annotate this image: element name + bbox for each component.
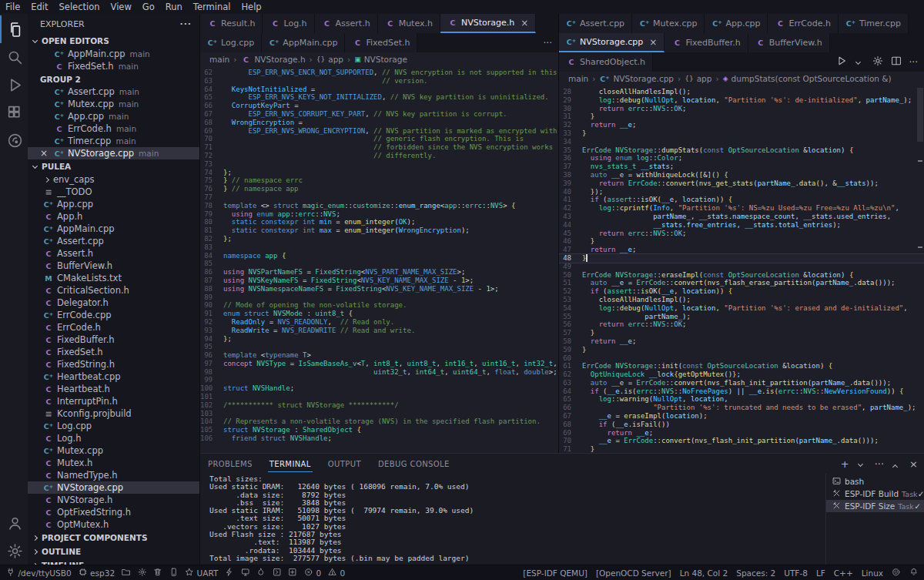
line-number[interactable]: 98 [200,368,223,377]
line-number[interactable]: 37 [559,163,582,171]
line-number[interactable]: 104 [200,417,223,426]
code-line[interactable]: 98 uint32_t, int64_t, uint64_t, float, d… [200,368,558,377]
line-number[interactable]: 71 [559,445,582,453]
code-line[interactable]: 48} [559,254,924,263]
line-number[interactable]: 44 [559,221,582,230]
code-line[interactable]: 29 log::debug(NullOpt, location, "Partit… [559,96,924,105]
code-line[interactable]: 43 partName_, __stats.namespace_count, _… [559,213,924,221]
code-line[interactable]: 95 [200,343,558,351]
tab-timer-cpp[interactable]: C+Timer.cpp [839,14,909,33]
tab-appmain-cpp[interactable]: C+AppMain.cpp [262,33,345,52]
line-number[interactable]: 71 [200,143,223,152]
line-number[interactable]: 87 [200,277,223,285]
code-line[interactable]: 63 auto __e = ErrCode::convert(nvs_flash… [559,379,924,387]
breadcrumb-item[interactable]: {}app [316,55,343,64]
line-number[interactable]: 84 [200,252,223,260]
terminal-output[interactable]: Total sizes: Used static DRAM: 12640 byt… [200,474,825,565]
open-editor-item[interactable]: ×C+NVStorage.cppmain [28,147,199,159]
menu-item-help[interactable]: Help [236,0,266,14]
line-number[interactable]: 66 [559,404,582,412]
code-line[interactable]: 70 // generic flash encryption. This is [200,135,558,143]
status-uart[interactable]: UART [185,568,218,578]
panel-tab-debug-console[interactable]: DEBUG CONSOLE [377,456,451,471]
line-number[interactable]: 55 [559,313,582,321]
code-line[interactable]: 78template <> struct magic_enum::customi… [200,202,558,210]
line-number[interactable]: 39 [559,179,582,188]
close-icon[interactable]: × [521,18,528,28]
tree-item[interactable]: CAssert.h [28,247,199,260]
status-folder-icon[interactable] [122,568,131,578]
code-line[interactable]: 83 [200,243,558,252]
breadcrumb-item[interactable]: C+NVStorage.cpp [599,74,674,83]
line-number[interactable]: 60 [559,354,582,363]
tab-nvstorage-h[interactable]: CNVStorage.h× [440,14,536,33]
line-number[interactable]: 70 [559,437,582,445]
line-number[interactable]: 82 [200,235,223,243]
line-number[interactable]: 79 [200,210,223,219]
editor-scrollbar-thumb[interactable] [917,88,923,142]
code-line[interactable]: 34 [559,138,924,146]
line-number[interactable]: 57 [559,329,582,337]
code-line[interactable]: 52 if (assert::isOK(__e, location)) { [559,287,924,296]
code-line[interactable]: 85 [200,260,558,268]
settings-gear-icon[interactable] [0,537,28,565]
tree-item[interactable]: env_caps [28,173,199,186]
status-device-icon[interactable] [169,568,179,578]
tab-app-cpp[interactable]: C+App.cpp [705,14,768,33]
tree-item[interactable]: CBufferView.h [28,260,199,272]
line-number[interactable]: 103 [200,410,223,418]
tab-errcode-h[interactable]: CErrCode.h [768,14,838,33]
breadcrumb-item[interactable]: ◈dumpStats(const OptSourceLocation &) [723,74,892,83]
line-number[interactable]: 96 [200,351,223,360]
tree-item[interactable]: CInterruptPin.h [28,395,199,407]
tree-item[interactable]: C+Heartbeat.cpp [28,370,199,383]
line-number[interactable]: 67 [200,110,223,119]
line-number[interactable]: 81 [200,226,223,235]
run-debug-icon[interactable] [0,71,28,99]
code-editor[interactable]: 28 closeAllHandlesImpl();29 log::debug(N… [559,85,924,453]
code-line[interactable]: 90// Mode of opening the non-volatile st… [200,301,558,310]
line-number[interactable]: 56 [559,320,582,329]
tree-item[interactable]: ≡Kconfig.projbuild [28,407,199,420]
code-editor[interactable]: 62 ESP_ERR_NVS_ENCR_NOT_SUPPORTED, // NV… [200,66,558,453]
code-line[interactable]: 53 closeAllHandlesImpl(); [559,296,924,304]
line-number[interactable]: 49 [559,263,582,271]
line-number[interactable]: 34 [559,138,582,146]
code-line[interactable]: 56 return errc::NVS::OK; [559,320,924,329]
status--openocd-server-[interactable]: [OpenOCD Server] [596,568,671,578]
status-box-arrow-icon[interactable] [273,568,282,578]
menu-item-terminal[interactable]: Terminal [188,0,236,14]
line-number[interactable]: 70 [200,135,223,143]
line-number[interactable]: 42 [559,204,582,213]
tree-item[interactable]: CHeartbeat.h [28,383,199,395]
line-number[interactable]: 64 [200,85,223,94]
code-line[interactable]: 102/*********** struct NVStorage *******… [200,401,558,410]
tree-item[interactable]: CMutex.h [28,457,199,469]
code-line[interactable]: 66 "Partition '%s': truncated and needs … [559,404,924,412]
new-terminal-icon[interactable]: + [841,458,849,470]
line-number[interactable]: 72 [200,152,223,160]
line-number[interactable]: 69 [200,127,223,136]
line-number[interactable]: 32 [559,121,582,129]
tab-mutex-h[interactable]: CMutex.h [378,14,440,33]
breadcrumb-item[interactable]: ▣NVStorage [354,55,407,64]
status--esp-idf-qemu-[interactable]: [ESP-IDF QEMU] [523,568,588,578]
code-line[interactable]: 60 [559,354,924,363]
code-line[interactable]: 67 __e = eraseImpl(location); [559,412,924,421]
status-c-[interactable]: C++ [834,568,853,578]
section-header-project-components[interactable]: PROJECT COMPONENTS [28,531,199,545]
line-number[interactable]: 35 [559,146,582,155]
line-number[interactable]: 90 [200,301,223,310]
code-line[interactable]: 30 return errc::NVS::OK; [559,105,924,113]
section-header-outline[interactable]: OUTLINE [28,545,199,558]
code-line[interactable]: 100struct NVSHandle; [200,384,558,393]
line-number[interactable]: 74 [200,169,223,177]
breadcrumb-item[interactable]: {}app [685,74,711,83]
tree-item[interactable]: CFixedBuffer.h [28,334,199,346]
code-line[interactable]: 64 if (__e.is(errc::NVS::NoFreePages) ||… [559,387,924,396]
code-line[interactable]: 37 nvs_stats_t __stats; [559,163,924,171]
panel-tab-terminal[interactable]: TERMINAL [268,456,313,472]
tab-assert-h[interactable]: CAssert.h [315,14,378,33]
status-trash-icon[interactable] [153,568,162,578]
terminal-list-item[interactable]: bash [826,475,924,488]
